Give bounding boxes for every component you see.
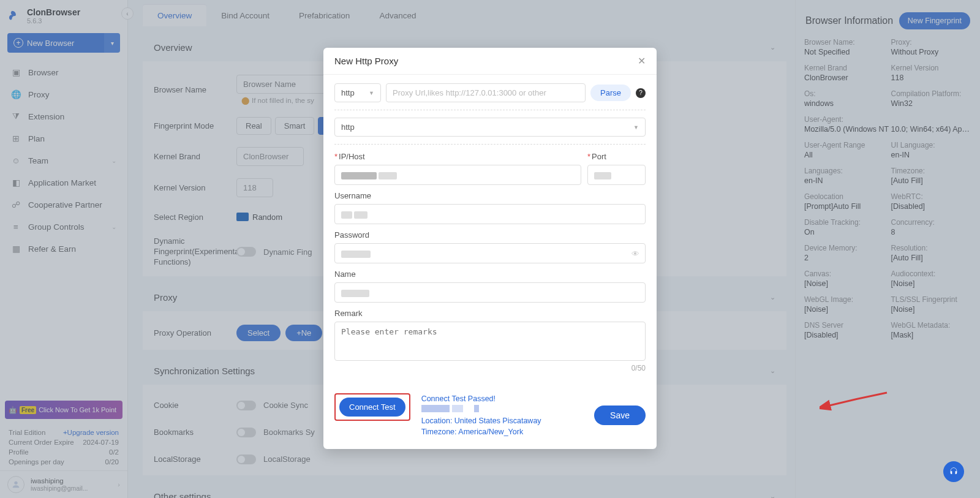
divider xyxy=(334,110,646,110)
result-location: Location: United States Piscataway xyxy=(421,415,583,426)
port-input[interactable] xyxy=(587,165,646,185)
close-icon[interactable]: ✕ xyxy=(638,55,646,67)
password-input[interactable] xyxy=(334,243,646,263)
username-label: Username xyxy=(334,191,646,200)
connect-test-highlight: Connect Test xyxy=(334,393,410,421)
help-icon[interactable]: ? xyxy=(636,88,646,98)
eye-icon[interactable]: 👁 xyxy=(631,249,639,258)
username-input[interactable] xyxy=(334,204,646,224)
proxy-url-input[interactable] xyxy=(386,83,586,102)
result-ip-line xyxy=(421,404,583,415)
remark-counter: 0/50 xyxy=(334,364,646,372)
connect-result: Connect Test Passed! Location: United St… xyxy=(421,393,583,438)
chevron-down-icon: ▼ xyxy=(633,124,639,130)
new-http-proxy-modal: New Http Proxy ✕ http▼ Parse ? http▼ *IP… xyxy=(323,48,657,449)
iphost-input[interactable] xyxy=(334,165,581,185)
save-button[interactable]: Save xyxy=(594,406,646,425)
remark-label: Remark xyxy=(334,309,646,318)
scheme-select-2[interactable]: http▼ xyxy=(334,118,646,137)
name-label: Name xyxy=(334,270,646,279)
parse-button[interactable]: Parse xyxy=(590,85,631,101)
connect-passed-text: Connect Test Passed! xyxy=(421,393,583,404)
divider xyxy=(334,144,646,145)
iphost-label: *IP/Host xyxy=(334,152,581,161)
chevron-down-icon: ▼ xyxy=(369,90,374,96)
proxy-name-input[interactable] xyxy=(334,282,646,303)
modal-title: New Http Proxy xyxy=(334,56,398,66)
headset-icon xyxy=(949,467,959,477)
result-timezone: Timezone: America/New_York xyxy=(421,426,583,437)
port-label: *Port xyxy=(587,152,646,161)
remark-textarea[interactable] xyxy=(334,322,646,361)
support-fab[interactable] xyxy=(943,461,964,482)
scheme-select[interactable]: http▼ xyxy=(334,83,381,102)
password-label: Password xyxy=(334,230,646,240)
connect-test-button[interactable]: Connect Test xyxy=(339,398,405,417)
